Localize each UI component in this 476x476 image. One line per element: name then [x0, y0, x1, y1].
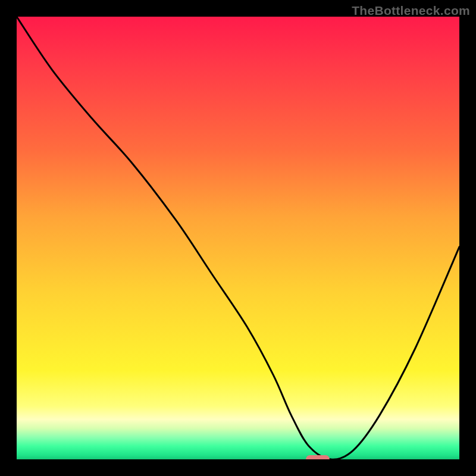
chart-frame: TheBottleneck.com — [0, 0, 476, 476]
plot-area — [17, 17, 459, 459]
bottleneck-curve-path — [17, 17, 459, 459]
watermark-text: TheBottleneck.com — [352, 4, 470, 18]
optimal-marker — [306, 455, 330, 459]
curve-svg — [17, 17, 459, 459]
